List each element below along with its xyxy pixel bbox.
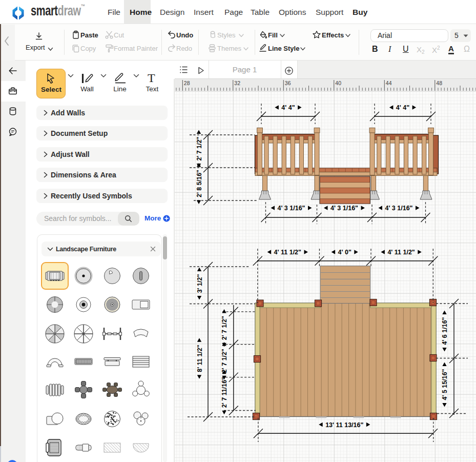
svg-text:48: 48 [436,80,442,86]
svg-text:13' 11 13/16": 13' 11 13/16" [325,421,363,429]
svg-text:36: 36 [285,80,291,86]
svg-text:4' 3 1/16": 4' 3 1/16" [385,205,412,212]
svg-text:4' 11 1/2": 4' 11 1/2" [387,249,415,256]
svg-text:40: 40 [335,80,341,86]
svg-text:4' 5 15/16": 4' 5 15/16" [441,369,448,400]
svg-text:28: 28 [184,80,190,86]
svg-text:2' 7 1/2": 2' 7 1/2" [196,136,203,160]
svg-text:4' 3 1/16": 4' 3 1/16" [330,205,358,212]
svg-text:4' 3 1/16": 4' 3 1/16" [277,205,305,212]
svg-text:2' 8 5/16": 2' 8 5/16" [196,170,203,197]
svg-text:4' 0": 4' 0" [338,249,351,256]
svg-text:32: 32 [234,80,240,86]
svg-text:44: 44 [386,80,392,86]
svg-text:4' 4": 4' 4" [396,104,409,111]
svg-text:2' 7 1/2": 2' 7 1/2" [221,349,228,373]
svg-text:4' 4": 4' 4" [281,104,295,111]
svg-text:3' 1/2": 3' 1/2" [196,274,203,293]
svg-text:2' 7 11/16": 2' 7 11/16" [221,377,228,408]
svg-text:4' 11 1/2": 4' 11 1/2" [274,249,301,256]
svg-text:2' 7 1/2": 2' 7 1/2" [221,316,228,340]
svg-text:4' 6 1/16": 4' 6 1/16" [441,317,448,345]
svg-text:8' 11 1/2": 8' 11 1/2" [196,345,203,372]
